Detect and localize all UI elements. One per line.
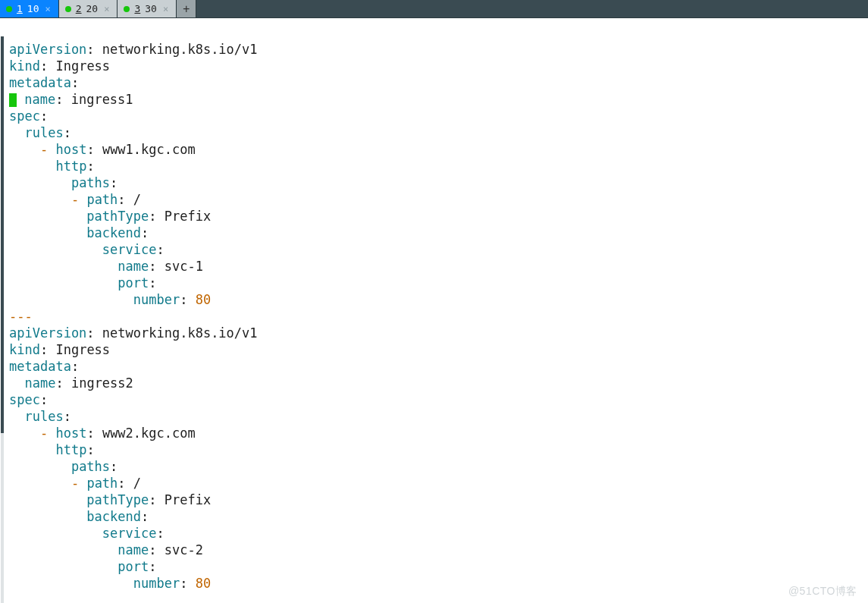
close-icon[interactable]: × [104, 4, 109, 14]
cursor [9, 93, 17, 107]
new-tab-button[interactable]: + [177, 0, 196, 17]
tab-1[interactable]: 1 10 × [0, 0, 59, 17]
tab-label: 20 [86, 3, 99, 14]
editor-area[interactable]: apiVersion: networking.k8s.io/v1 kind: I… [0, 18, 868, 603]
modified-dot-icon [124, 6, 130, 12]
code-content[interactable]: apiVersion: networking.k8s.io/v1 kind: I… [0, 18, 868, 598]
modified-dot-icon [65, 6, 71, 12]
tab-bar: 1 10 × 2 20 × 3 30 × + [0, 0, 868, 18]
tab-label: 10 [27, 3, 39, 14]
tab-number: 1 [17, 3, 23, 14]
modified-dot-icon [6, 6, 12, 12]
tab-number: 3 [134, 3, 140, 14]
tab-2[interactable]: 2 20 × [59, 0, 118, 17]
close-icon[interactable]: × [45, 4, 50, 14]
tab-3[interactable]: 3 30 × [118, 0, 177, 17]
tab-label: 30 [145, 3, 157, 14]
close-icon[interactable]: × [163, 4, 168, 14]
tab-number: 2 [76, 3, 82, 14]
scrollbar[interactable] [1, 36, 4, 603]
scrollbar-thumb[interactable] [1, 36, 4, 433]
